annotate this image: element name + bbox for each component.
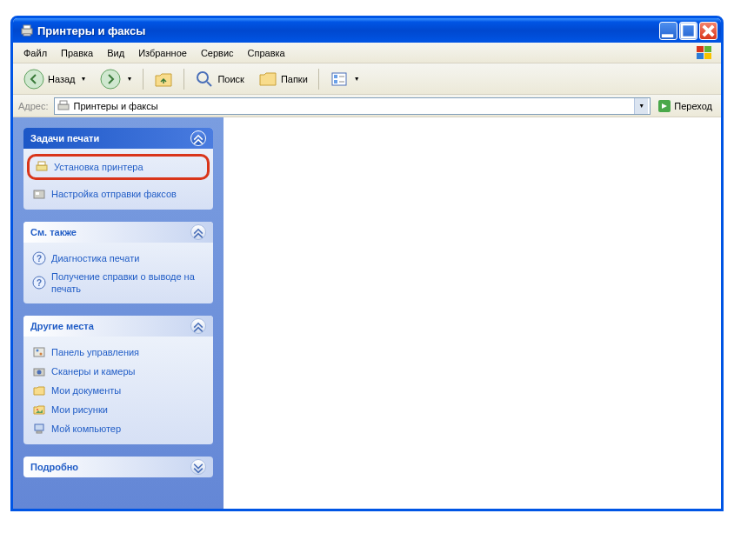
go-button[interactable]: Переход — [654, 98, 716, 114]
addressbar: Адрес: Принтеры и факсы ▼ Переход — [13, 95, 721, 117]
highlight-annotation: Установка принтера — [27, 154, 210, 180]
back-icon — [23, 69, 44, 90]
control-panel-icon — [32, 345, 46, 359]
link-my-documents[interactable]: Мои документы — [32, 383, 204, 397]
help-icon: ? — [32, 276, 46, 290]
svg-rect-2 — [23, 34, 30, 36]
printer-icon — [57, 99, 70, 113]
expand-icon[interactable] — [190, 459, 206, 475]
titlebar: Принтеры и факсы — [13, 18, 721, 43]
svg-rect-26 — [34, 348, 44, 357]
search-label: Поиск — [217, 74, 244, 84]
panel-other-places: Другие места Панель управления Сканеры и… — [23, 316, 213, 444]
menu-favorites[interactable]: Избранное — [131, 45, 194, 61]
fax-icon — [32, 187, 46, 201]
chevron-down-icon: ▼ — [81, 76, 87, 82]
back-button[interactable]: Назад ▼ — [18, 67, 91, 91]
svg-rect-33 — [37, 431, 42, 433]
close-button[interactable] — [699, 22, 717, 40]
link-label: Диагностика печати — [51, 252, 139, 264]
svg-rect-1 — [23, 25, 30, 29]
minimize-button[interactable] — [659, 22, 677, 40]
help-icon: ? — [32, 251, 46, 265]
menu-edit[interactable]: Правка — [54, 45, 100, 61]
svg-rect-8 — [704, 53, 711, 59]
views-icon — [330, 70, 349, 89]
link-print-help[interactable]: ? Получение справки о выводе на печать — [32, 270, 204, 295]
svg-rect-6 — [704, 46, 711, 52]
task-label: Настройка отправки факсов — [51, 188, 177, 200]
svg-point-27 — [37, 350, 39, 352]
task-pane: Задачи печати Установка принтера Настрой… — [13, 117, 224, 509]
link-label: Мои рисунки — [51, 403, 108, 416]
folder-up-icon — [154, 70, 173, 89]
menu-file[interactable]: Файл — [17, 45, 54, 61]
folder-icon — [32, 383, 46, 397]
svg-rect-18 — [37, 165, 47, 170]
svg-point-28 — [40, 353, 43, 356]
panel-details: Подробно — [23, 457, 213, 477]
go-label: Переход — [674, 101, 712, 111]
menu-view[interactable]: Вид — [100, 45, 131, 61]
panel-header[interactable]: Подробно — [23, 457, 213, 477]
forward-icon — [100, 69, 121, 90]
link-print-diagnostics[interactable]: ? Диагностика печати — [32, 251, 204, 265]
menu-tools[interactable]: Сервис — [194, 45, 241, 61]
task-install-printer[interactable]: Установка принтера — [35, 160, 202, 174]
panel-header[interactable]: Задачи печати — [23, 128, 213, 149]
svg-rect-32 — [35, 424, 43, 430]
collapse-icon[interactable] — [190, 224, 206, 240]
panel-header[interactable]: См. также — [23, 222, 213, 243]
task-label: Установка принтера — [54, 161, 143, 173]
folders-button[interactable]: Папки — [253, 68, 313, 90]
svg-rect-15 — [58, 104, 69, 110]
svg-text:?: ? — [37, 278, 42, 288]
separator — [184, 69, 184, 90]
menu-help[interactable]: Справка — [241, 45, 292, 61]
pictures-icon — [32, 403, 46, 417]
forward-button[interactable]: ▼ — [95, 67, 137, 91]
svg-rect-21 — [36, 192, 39, 195]
svg-rect-0 — [22, 29, 32, 34]
svg-rect-13 — [334, 75, 337, 78]
panel-title: Задачи печати — [30, 133, 190, 143]
svg-point-11 — [197, 72, 208, 83]
windows-logo-icon — [695, 44, 714, 62]
views-button[interactable]: ▼ — [324, 68, 365, 90]
panel-title: Подробно — [30, 462, 190, 472]
task-fax-setup[interactable]: Настройка отправки факсов — [32, 187, 204, 201]
search-button[interactable]: Поиск — [190, 68, 249, 90]
address-dropdown[interactable]: ▼ — [634, 98, 648, 114]
up-button[interactable] — [149, 68, 178, 90]
chevron-down-icon: ▼ — [354, 76, 360, 82]
address-input[interactable]: Принтеры и факсы ▼ — [54, 97, 651, 115]
computer-icon — [32, 422, 46, 436]
svg-rect-5 — [697, 46, 704, 52]
search-icon — [195, 70, 214, 89]
panel-print-tasks: Задачи печати Установка принтера Настрой… — [23, 128, 213, 210]
folder-view[interactable] — [224, 117, 721, 509]
link-scanners-cameras[interactable]: Сканеры и камеры — [32, 364, 204, 378]
link-my-computer[interactable]: Мой компьютер — [32, 422, 204, 436]
separator — [318, 69, 319, 90]
svg-rect-14 — [334, 80, 337, 83]
svg-point-9 — [24, 70, 43, 89]
link-label: Панель управления — [51, 346, 139, 358]
separator — [143, 69, 143, 90]
toolbar: Назад ▼ ▼ Поиск Папки ▼ — [13, 63, 721, 95]
link-control-panel[interactable]: Панель управления — [32, 345, 204, 359]
window-title: Принтеры и факсы — [37, 24, 659, 37]
link-my-pictures[interactable]: Мои рисунки — [32, 403, 204, 417]
svg-rect-3 — [662, 34, 673, 37]
collapse-icon[interactable] — [190, 130, 206, 146]
link-label: Мой компьютер — [51, 423, 121, 435]
address-label: Адрес: — [18, 101, 49, 111]
folders-icon — [258, 70, 277, 89]
panel-see-also: См. также ? Диагностика печати ? Получен… — [23, 222, 213, 303]
collapse-icon[interactable] — [190, 318, 206, 334]
back-label: Назад — [48, 74, 76, 84]
printer-add-icon — [35, 160, 49, 174]
maximize-button[interactable] — [679, 22, 697, 40]
content-area: Задачи печати Установка принтера Настрой… — [13, 117, 721, 509]
panel-header[interactable]: Другие места — [23, 316, 213, 337]
